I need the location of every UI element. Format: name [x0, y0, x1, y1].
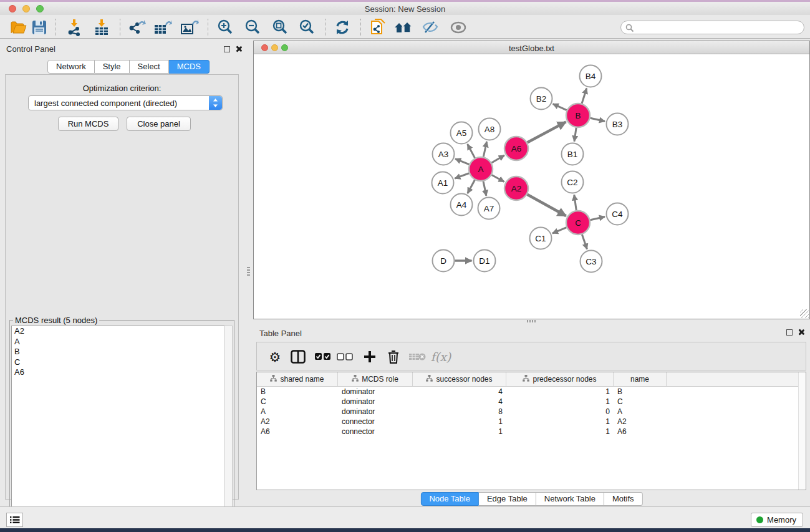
table-cell[interactable]: connector [338, 417, 413, 427]
save-session-icon[interactable] [29, 18, 50, 37]
close-panel-icon[interactable] [235, 46, 242, 52]
graph-node-C1[interactable]: C1 [530, 228, 552, 249]
network-canvas[interactable]: AA1A2A3A4A5A6A7A8BB1B2B3B4CC1C2C3C4DD1 [254, 55, 809, 319]
graph-node-A7[interactable]: A7 [478, 198, 500, 220]
function-builder-icon[interactable]: f(x) [430, 347, 451, 366]
close-table-panel-icon[interactable] [798, 329, 804, 336]
tab-motifs[interactable]: Motifs [604, 492, 643, 506]
table-row[interactable]: A2connector11A2 [257, 417, 806, 427]
graph-node-C4[interactable]: C4 [607, 203, 629, 225]
settings-gear-icon[interactable]: ⚙ [264, 347, 286, 366]
table-cell[interactable]: B [257, 387, 338, 397]
table-row[interactable]: Adominator80A [257, 407, 806, 417]
close-panel-button[interactable]: Close panel [127, 117, 191, 131]
column-header-name[interactable]: name [614, 372, 667, 386]
graph-edge-A-A6[interactable] [491, 155, 504, 163]
table-cell[interactable]: 1 [413, 427, 506, 437]
horizontal-splitter-grip[interactable] [527, 320, 536, 322]
graph-edge-A6-B[interactable] [528, 122, 566, 142]
table-cell[interactable]: 1 [506, 397, 614, 407]
table-cell[interactable]: A [614, 407, 667, 417]
zoom-selected-icon[interactable] [296, 18, 317, 37]
memory-button[interactable]: Memory [751, 513, 803, 527]
column-header-predecessor-nodes[interactable]: predecessor nodes [506, 372, 614, 386]
table-cell[interactable]: 1 [506, 427, 614, 437]
graph-node-B3[interactable]: B3 [607, 114, 629, 135]
open-file-icon[interactable] [7, 18, 29, 37]
graph-node-A6[interactable]: A6 [504, 137, 528, 160]
graph-node-A8[interactable]: A8 [479, 118, 501, 140]
graph-edge-B-B4[interactable] [582, 89, 587, 104]
graph-node-C[interactable]: C [566, 211, 590, 235]
column-header-successor-nodes[interactable]: successor nodes [413, 372, 506, 386]
import-network-icon[interactable] [64, 18, 85, 37]
table-cell[interactable]: dominator [338, 397, 413, 407]
tab-select[interactable]: Select [130, 60, 169, 74]
mcds-result-list[interactable]: A2ABCA6 [11, 326, 226, 531]
network-overview-icon[interactable] [367, 18, 388, 37]
delete-column-icon[interactable] [383, 347, 404, 366]
table-row[interactable]: Bdominator41B [257, 387, 806, 397]
graph-node-A4[interactable]: A4 [451, 194, 473, 216]
graph-edge-A-A4[interactable] [468, 180, 475, 193]
mcds-result-item[interactable]: C [12, 357, 225, 368]
graph-edge-A-A3[interactable] [455, 159, 469, 165]
column-header-MCDS-role[interactable]: MCDS role [338, 372, 413, 386]
table-scrollbar[interactable] [798, 372, 806, 490]
run-mcds-button[interactable]: Run MCDS [58, 117, 118, 131]
hide-panels-icon[interactable] [420, 18, 441, 37]
graph-edge-A-A1[interactable] [455, 173, 469, 178]
graph-node-C3[interactable]: C3 [581, 251, 602, 273]
export-image-icon[interactable] [179, 18, 200, 37]
float-panel-icon[interactable] [224, 46, 230, 52]
mcds-result-scrollbar[interactable] [224, 326, 233, 531]
search-input[interactable] [636, 22, 801, 33]
mcds-result-item[interactable]: A6 [12, 367, 225, 378]
graph-node-B1[interactable]: B1 [562, 143, 584, 165]
table-cell[interactable]: 1 [506, 387, 614, 397]
graph-edge-B-B1[interactable] [574, 128, 576, 142]
table-cell[interactable]: B [614, 387, 667, 397]
graph-edge-C-C3[interactable] [582, 235, 587, 249]
tab-network[interactable]: Network [47, 60, 95, 74]
graph-edge-A-A7[interactable] [483, 181, 486, 196]
add-column-icon[interactable] [359, 347, 380, 366]
tab-style[interactable]: Style [95, 60, 130, 74]
window-resize-grip[interactable] [800, 309, 809, 318]
graph-node-B4[interactable]: B4 [580, 65, 602, 87]
zoom-out-icon[interactable] [242, 18, 263, 37]
mcds-result-item[interactable]: A2 [12, 326, 225, 337]
graph-node-B[interactable]: B [566, 104, 590, 127]
table-cell[interactable]: 1 [506, 417, 614, 427]
table-cell[interactable]: A6 [614, 427, 667, 437]
export-table-icon[interactable] [152, 18, 173, 37]
table-cell[interactable]: 4 [413, 397, 506, 407]
graph-node-A1[interactable]: A1 [432, 172, 454, 194]
table-cell[interactable]: dominator [338, 387, 413, 397]
network-graph[interactable]: AA1A2A3A4A5A6A7A8BB1B2B3B4CC1C2C3C4DD1 [254, 55, 809, 319]
mcds-result-item[interactable]: A [12, 337, 225, 347]
tab-mcds[interactable]: MCDS [169, 60, 210, 74]
table-cell[interactable]: connector [338, 427, 413, 437]
table-cell[interactable]: 0 [506, 407, 614, 417]
tab-network-table[interactable]: Network Table [536, 492, 604, 506]
table-cell[interactable]: A6 [257, 427, 338, 437]
table-cell[interactable]: C [257, 397, 338, 407]
column-header-shared-name[interactable]: shared name [257, 372, 338, 386]
import-table-icon[interactable] [91, 18, 112, 37]
graph-node-A2[interactable]: A2 [504, 177, 528, 200]
graph-edge-A2-C[interactable] [527, 195, 566, 216]
graph-edge-B-B3[interactable] [591, 118, 605, 121]
deselect-all-icon[interactable] [334, 347, 355, 366]
table-row[interactable]: Cdominator41C [257, 397, 806, 407]
select-all-icon[interactable] [312, 347, 334, 366]
table-cell[interactable]: 1 [413, 417, 506, 427]
optimization-criterion-select[interactable]: largest connected component (directed) [28, 95, 223, 110]
graph-node-A3[interactable]: A3 [433, 143, 455, 165]
graph-edge-C-C1[interactable] [552, 228, 567, 233]
table-cell[interactable]: 8 [413, 407, 506, 417]
graph-edge-A-A2[interactable] [492, 175, 504, 182]
show-panels-icon[interactable] [448, 18, 469, 37]
mcds-result-item[interactable]: B [12, 347, 225, 357]
zoom-in-icon[interactable] [215, 18, 236, 37]
